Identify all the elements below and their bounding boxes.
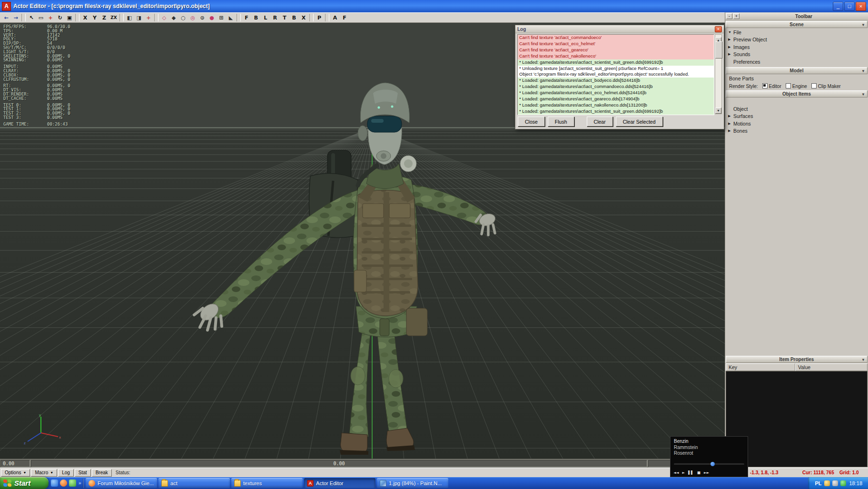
flush-button[interactable]: Flush (548, 117, 574, 127)
seek-thumb[interactable] (710, 462, 715, 466)
language-indicator[interactable]: PL (815, 480, 821, 486)
log-entry[interactable]: Can't find texture 'act\act_eco_helmet' (518, 41, 714, 47)
pivot-solid-button[interactable]: ◆ (169, 13, 178, 22)
clear-button[interactable]: Clear (587, 117, 613, 127)
item-properties-section-header[interactable]: Item Properties▼ (726, 356, 868, 363)
options-menu-button[interactable]: Options▼ (1, 469, 30, 477)
stop-button[interactable]: ■ (697, 470, 700, 475)
break-toggle-button[interactable]: Break (92, 469, 112, 477)
checkbox-icon[interactable] (811, 83, 817, 88)
log-window[interactable]: Log × Can't find texture 'act\act_comman… (515, 25, 724, 129)
render-style-option-engine[interactable]: Engine (786, 83, 807, 89)
angle-snap-button[interactable]: ◣ (226, 13, 236, 22)
dot-tool-button[interactable]: ⊙ (197, 13, 207, 22)
target-tool-button[interactable]: ◎ (188, 13, 197, 22)
view-back-button[interactable]: B (251, 13, 261, 22)
stat-toggle-button[interactable]: Stat (75, 469, 91, 477)
bone-parts-label[interactable]: Bone Parts (729, 76, 754, 81)
axis-y-button[interactable]: Y (90, 13, 99, 22)
play-button[interactable]: ► (682, 470, 685, 475)
view-f-button[interactable]: F (340, 13, 349, 22)
scene-section-header[interactable]: Scene▼ (726, 21, 868, 28)
scroll-down-icon[interactable]: ▼ (715, 108, 721, 114)
tray-shield-icon[interactable] (840, 480, 846, 486)
log-entry[interactable]: * Unloading texture [act\act_scientist_s… (518, 66, 714, 72)
prev-button[interactable]: ◄◄ (673, 470, 679, 475)
axis-z-button[interactable]: Z (99, 13, 109, 22)
checkbox-icon[interactable] (786, 83, 791, 88)
rotate-tool-button[interactable]: ↻ (55, 13, 65, 22)
view-p-button[interactable]: P (315, 13, 324, 22)
log-entry[interactable]: Can't find texture 'act\act_geareco' (518, 47, 714, 53)
tray-display-icon[interactable] (824, 480, 830, 486)
log-entry[interactable]: * Loaded: gamedata\textures\act\act_nako… (518, 102, 714, 108)
object-item-object[interactable]: Object (726, 105, 867, 113)
value-column-header[interactable]: Value (795, 363, 868, 371)
start-button[interactable]: Start (0, 477, 49, 489)
scale-tool-button[interactable]: ▣ (65, 13, 74, 22)
task-button-forum-mi-o-nik-w-gie[interactable]: Forum Miłośników Gie... (86, 478, 157, 488)
task-button-act[interactable]: act (158, 478, 230, 488)
circle-tool-button[interactable]: ○ (178, 13, 188, 22)
mirror-left-button[interactable]: ◧ (125, 13, 134, 22)
scene-item-images[interactable]: ▶Images (726, 43, 867, 51)
model-section-header[interactable]: Model▼ (726, 67, 868, 74)
playlist-track[interactable]: Rosenrot (671, 450, 748, 457)
task-button-1-jpg-84-paint-n[interactable]: 1.jpg (84%) - Paint.N... (377, 478, 448, 488)
clear-selected-button[interactable]: Clear Selected (616, 117, 663, 127)
view-left-button[interactable]: L (261, 13, 270, 22)
tree-expand-icon[interactable]: ▶ (728, 38, 733, 41)
panel-expand-button[interactable]: + (733, 13, 740, 19)
quick-launch-media-icon[interactable] (60, 479, 67, 487)
snap-move-button[interactable]: + (144, 13, 153, 22)
seek-slider[interactable] (674, 463, 744, 465)
maximize-button[interactable]: □ (844, 2, 855, 11)
view-front-button[interactable]: F (242, 13, 251, 22)
render-style-option-editor[interactable]: Editor (762, 83, 781, 89)
log-title-bar[interactable]: Log × (515, 25, 724, 33)
music-player-overlay[interactable]: BenzinRammsteinRosenrot ◄◄►▌▌■►► (670, 436, 748, 477)
checkbox-icon[interactable] (762, 83, 768, 88)
log-list[interactable]: Can't find texture 'act\act_commandoeco'… (517, 34, 714, 115)
close-button[interactable]: × (856, 2, 866, 11)
tree-expand-icon[interactable]: ▶ (728, 114, 733, 118)
axis-zx-button[interactable]: ZX (109, 13, 118, 22)
mirror-right-button[interactable]: ◨ (134, 13, 144, 22)
clock[interactable]: 18:18 (849, 480, 862, 486)
rect-select-tool-button[interactable]: ▭ (36, 13, 46, 22)
close-button[interactable]: Close (518, 117, 545, 127)
log-entry[interactable]: Can't find texture 'act\act_commandoeco' (518, 35, 714, 41)
render-style-option-clip-maker[interactable]: Clip Maker (811, 83, 841, 89)
scene-item-sounds[interactable]: ▶Sounds (726, 51, 867, 59)
axis-x-button[interactable]: X (80, 13, 90, 22)
tree-expand-icon[interactable]: ▶ (728, 45, 733, 49)
panel-collapse-button[interactable]: - (726, 13, 732, 19)
playlist-track[interactable]: Rammstein (671, 445, 748, 451)
tree-expand-icon[interactable]: ▶ (728, 52, 733, 56)
object-items-section-header[interactable]: Object Items▼ (726, 90, 868, 98)
task-button-textures[interactable]: textures (231, 478, 303, 488)
quick-launch-msn-icon[interactable] (69, 479, 76, 487)
view-a-button[interactable]: A (330, 13, 340, 22)
log-entry[interactable]: * Loaded: gamedata\textures\act\act_scie… (518, 59, 714, 66)
grid-snap-button[interactable]: ⊞ (217, 13, 226, 22)
task-button-actor-editor[interactable]: AActor Editor (304, 478, 375, 488)
scene-item-preferences[interactable]: Preferences (726, 58, 867, 66)
select-tool-button[interactable]: ↖ (27, 13, 36, 22)
sphere-tool-button[interactable]: ● (207, 13, 217, 22)
nav-forward-button[interactable]: → (11, 13, 20, 22)
macro-menu-button[interactable]: Macro▼ (31, 469, 57, 477)
object-item-motions[interactable]: ▶Motions (726, 120, 867, 127)
minimize-button[interactable]: _ (833, 2, 843, 11)
quick-launch-ie-icon[interactable] (51, 479, 58, 487)
tree-expand-icon[interactable]: ▼ (728, 30, 733, 34)
move-tool-button[interactable]: + (46, 13, 55, 22)
camera-y-field[interactable]: 0.00 (31, 460, 647, 467)
tree-expand-icon[interactable]: ▶ (728, 129, 733, 133)
playlist-track[interactable]: Benzin (671, 437, 748, 445)
log-entry[interactable]: * Loaded: gamedata\textures\act\act_body… (518, 78, 714, 84)
pause-button[interactable]: ▌▌ (688, 470, 694, 475)
log-entry[interactable]: * Loaded: gamedata\textures\act\act_comm… (518, 84, 714, 90)
log-close-icon[interactable]: × (715, 26, 722, 32)
next-button[interactable]: ►► (704, 470, 710, 475)
